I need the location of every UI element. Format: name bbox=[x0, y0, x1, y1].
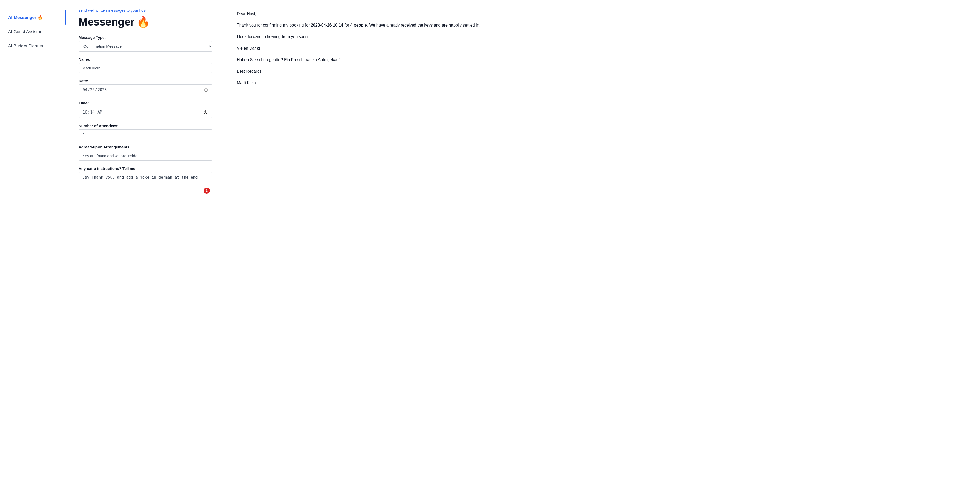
arrangements-label: Agreed-upon Arrangements: bbox=[79, 145, 212, 149]
sidebar-item-ai-guest-assistant[interactable]: AI Guest Assistant bbox=[0, 25, 66, 39]
instructions-group: Any extra instructions? Tell me: Say Tha… bbox=[79, 166, 212, 196]
preview-greeting: Dear Host, bbox=[237, 10, 968, 17]
name-input[interactable] bbox=[79, 63, 212, 73]
preview-line1-prefix: Thank you for confirming my booking for bbox=[237, 23, 311, 27]
sidebar-item-label: AI Messenger 🔥 bbox=[8, 15, 43, 20]
sidebar-item-label: AI Budget Planner bbox=[8, 44, 43, 49]
sidebar: AI Messenger 🔥 AI Guest Assistant AI Bud… bbox=[0, 0, 66, 485]
instructions-textarea[interactable]: Say Thank you. and add a joke in german … bbox=[79, 172, 212, 195]
preview-name: Madi Klein bbox=[237, 80, 968, 86]
main-content: send well written messages to your host.… bbox=[66, 0, 980, 485]
preview-line1-mid: for bbox=[343, 23, 350, 27]
time-input[interactable] bbox=[79, 107, 212, 118]
preview-line3: Vielen Dank! bbox=[237, 45, 968, 52]
preview-closing: Best Regards, bbox=[237, 68, 968, 75]
time-group: Time: bbox=[79, 101, 212, 118]
message-type-label: Message Type: bbox=[79, 35, 212, 40]
preview-message: Dear Host, Thank you for confirming my b… bbox=[237, 10, 968, 86]
date-input[interactable] bbox=[79, 84, 212, 95]
sidebar-item-ai-budget-planner[interactable]: AI Budget Planner bbox=[0, 39, 66, 53]
arrangements-input[interactable] bbox=[79, 151, 212, 161]
date-group: Date: bbox=[79, 79, 212, 95]
tagline: send well written messages to your host. bbox=[79, 8, 212, 13]
sidebar-item-label: AI Guest Assistant bbox=[8, 29, 44, 35]
app-title: Messenger 🔥 bbox=[79, 16, 212, 28]
fire-icon: 🔥 bbox=[137, 16, 150, 28]
instructions-wrapper: Say Thank you. and add a joke in german … bbox=[79, 172, 212, 196]
preview-line1-date: 2023-04-26 10:14 bbox=[311, 23, 343, 27]
attendees-input[interactable] bbox=[79, 129, 212, 139]
preview-line1-suffix: . We have already received the keys and … bbox=[367, 23, 480, 27]
time-label: Time: bbox=[79, 101, 212, 105]
attendees-group: Number of Attendees: bbox=[79, 124, 212, 139]
form-section: send well written messages to your host.… bbox=[66, 0, 224, 485]
name-group: Name: bbox=[79, 57, 212, 73]
preview-line1-people: 4 people bbox=[350, 23, 367, 27]
preview-line2: I look forward to hearing from you soon. bbox=[237, 33, 968, 40]
preview-section: Dear Host, Thank you for confirming my b… bbox=[224, 0, 980, 485]
message-type-group: Message Type: Confirmation Message Check… bbox=[79, 35, 212, 51]
arrangements-group: Agreed-upon Arrangements: bbox=[79, 145, 212, 161]
message-type-select[interactable]: Confirmation Message Check-in Message Ch… bbox=[79, 41, 212, 51]
instructions-label: Any extra instructions? Tell me: bbox=[79, 166, 212, 171]
sidebar-item-ai-messenger[interactable]: AI Messenger 🔥 bbox=[0, 10, 66, 25]
preview-line1: Thank you for confirming my booking for … bbox=[237, 22, 968, 29]
preview-line4: Haben Sie schon gehört? Ein Frosch hat e… bbox=[237, 56, 968, 63]
app-title-text: Messenger bbox=[79, 16, 135, 28]
name-label: Name: bbox=[79, 57, 212, 62]
attendees-label: Number of Attendees: bbox=[79, 124, 212, 128]
date-label: Date: bbox=[79, 79, 212, 83]
